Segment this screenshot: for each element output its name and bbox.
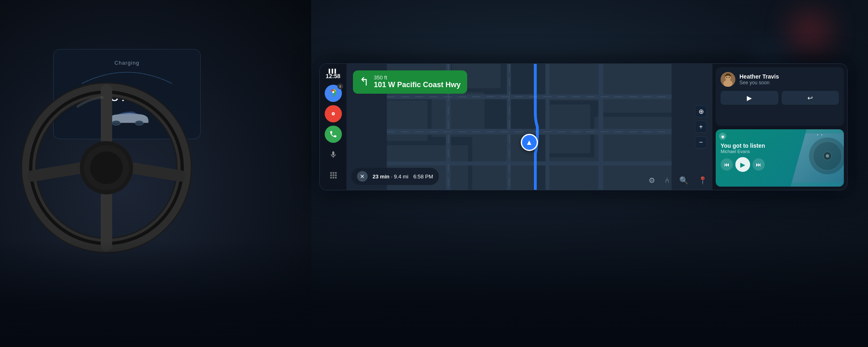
phone-button[interactable] [325, 126, 342, 143]
music-service-icon: ◉ [719, 133, 726, 140]
phone-icon [329, 130, 337, 138]
svg-point-8 [332, 91, 334, 93]
nav-sidebar: ▌▌▌ 12:58 3 [320, 64, 346, 190]
svg-rect-12 [330, 172, 332, 174]
notification-text: Heather Travis See you soon [739, 73, 839, 86]
turn-arrow-icon: ↰ [359, 76, 369, 88]
maps-icon [328, 88, 338, 98]
svg-rect-29 [602, 64, 671, 113]
navigation-instruction-banner: ↰ 350 ft 101 W Pacific Coast Hwy [353, 70, 467, 94]
svg-point-47 [726, 77, 727, 78]
previous-track-button[interactable]: ⏮ [721, 158, 733, 171]
music-playback-controls: ⏮ ▶ ⏭ [721, 157, 839, 172]
apps-grid-button[interactable] [325, 167, 342, 184]
svg-rect-20 [335, 177, 337, 178]
svg-rect-13 [332, 172, 334, 174]
music-track-title: You got to listen [721, 142, 839, 149]
current-location-marker [521, 134, 538, 151]
svg-rect-39 [598, 64, 603, 190]
svg-rect-37 [507, 64, 511, 190]
notification-card: Heather Travis See you soon ▶ ↩ [716, 67, 844, 126]
reply-message-button[interactable]: ↩ [782, 91, 839, 105]
play-icon: ▶ [747, 94, 752, 102]
background-scene: Charging 87% [0, 0, 868, 347]
contact-name: Heather Travis [739, 73, 839, 80]
nav-street-label: 101 W Pacific Coast Hwy [374, 81, 461, 90]
radio-button[interactable] [325, 105, 342, 122]
music-player-card: ◉ • • You got to listen Michael Evans ⏮ … [716, 129, 844, 187]
infotainment-screen: ▌▌▌ 12:58 3 [319, 63, 848, 190]
right-panel: Heather Travis See you soon ▶ ↩ [712, 64, 847, 190]
play-icon: ▶ [740, 161, 745, 169]
svg-rect-38 [545, 64, 549, 190]
svg-point-48 [729, 77, 730, 78]
zoom-out-button[interactable]: − [695, 136, 707, 149]
settings-toolbar-button[interactable]: ⚙ [649, 176, 655, 185]
clock-display: 12:58 [326, 73, 341, 79]
nav-status: ▌▌▌ 12:58 [325, 67, 341, 81]
map-toolbar: ⚙ ⑃ 🔍 📍 [649, 176, 707, 185]
svg-rect-16 [332, 174, 334, 176]
maps-notification-badge: 3 [337, 83, 343, 89]
eta-arrival-time: 6:58 PM [413, 174, 433, 180]
bokeh-light-5 [796, 17, 825, 46]
play-pause-button[interactable]: ▶ [735, 157, 750, 172]
route-options-button[interactable]: ⑃ [665, 176, 669, 185]
svg-rect-15 [330, 174, 332, 176]
play-message-button[interactable]: ▶ [721, 91, 778, 105]
svg-point-7 [90, 151, 123, 184]
steering-wheel [20, 82, 192, 254]
navigation-info: 350 ft 101 W Pacific Coast Hwy [374, 74, 461, 90]
svg-rect-30 [549, 104, 590, 153]
svg-rect-31 [594, 117, 671, 157]
map-area[interactable]: ↰ 350 ft 101 W Pacific Coast Hwy ✕ 23 mi… [346, 64, 712, 190]
music-artist-name: Michael Evans [721, 149, 839, 154]
svg-point-11 [332, 113, 334, 115]
notification-message: See you soon [739, 80, 839, 86]
grid-icon [329, 171, 337, 179]
avatar-image [721, 72, 735, 87]
close-route-button[interactable]: ✕ [357, 171, 368, 182]
next-icon: ⏭ [756, 161, 762, 168]
svg-rect-24 [387, 100, 427, 141]
eta-duration: 23 min [373, 174, 389, 180]
steering-wheel-area: Charging 87% [0, 0, 311, 347]
svg-rect-18 [330, 177, 332, 178]
eta-info: 23 min · 9.4 mi [373, 174, 408, 180]
eta-bar: ✕ 23 min · 9.4 mi 6:58 PM [351, 168, 439, 185]
zoom-in-button[interactable]: + [695, 121, 707, 133]
maps-button[interactable]: 3 [325, 85, 342, 102]
location-pin-button[interactable]: 📍 [698, 176, 707, 185]
svg-rect-19 [332, 177, 334, 178]
charging-label: Charging [115, 60, 140, 66]
prev-icon: ⏮ [724, 161, 730, 168]
svg-rect-35 [387, 161, 671, 165]
svg-rect-14 [335, 172, 337, 174]
eta-distance: 9.4 mi [394, 174, 408, 180]
notification-actions: ▶ ↩ [721, 91, 839, 105]
location-target-button[interactable]: ⊕ [695, 105, 707, 117]
map-zoom-controls: ⊕ + − [695, 105, 707, 149]
svg-rect-17 [335, 174, 337, 176]
eta-separator: · [391, 174, 394, 180]
nav-distance-label: 350 ft [374, 74, 461, 81]
microphone-icon [329, 151, 337, 159]
next-track-button[interactable]: ⏭ [753, 158, 765, 171]
radio-icon [329, 109, 338, 118]
contact-avatar [721, 72, 735, 87]
music-more-dots: • • [817, 133, 823, 137]
reply-icon: ↩ [807, 94, 813, 102]
microphone-button[interactable] [325, 146, 342, 163]
notification-header: Heather Travis See you soon [721, 72, 839, 87]
search-toolbar-button[interactable]: 🔍 [679, 176, 688, 185]
